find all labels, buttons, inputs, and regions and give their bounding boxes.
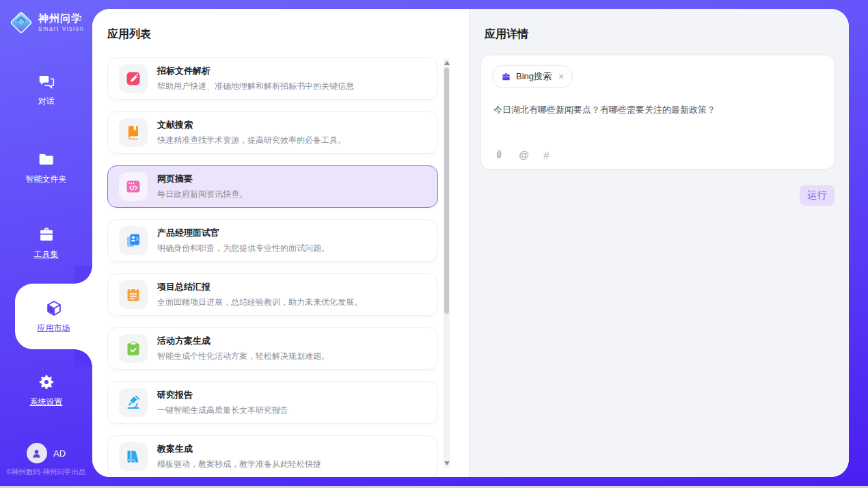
app-card-title: 项目总结汇报 <box>157 281 362 293</box>
app-card[interactable]: 教案生成 模板驱动，教案秒成，教学准备从此轻松快捷 <box>107 435 438 477</box>
sidebar-item-label: 应用市场 <box>38 323 70 334</box>
app-card-title: 文献搜索 <box>157 119 346 131</box>
microscope-icon <box>119 388 148 417</box>
diamond-logo-icon <box>9 10 33 35</box>
books-icon <box>119 442 148 471</box>
scrollbar-thumb[interactable] <box>444 68 449 314</box>
app-card-description: 一键智能生成高质量长文本研究报告 <box>157 405 288 416</box>
app-card-title: 教案生成 <box>157 443 321 455</box>
brand-tagline: Smart Vision <box>38 25 84 32</box>
app-card-description: 每日政府新闻资讯快查。 <box>157 189 247 200</box>
app-card-title: 活动方案生成 <box>157 335 329 347</box>
mention-icon[interactable]: @ <box>519 150 529 160</box>
gear-icon <box>38 373 55 391</box>
app-card[interactable]: 产品经理面试官 明确身份和职责，为您提供专业性的面试问题。 <box>107 219 438 262</box>
app-card[interactable]: 项目总结汇报 全面回顾项目进展，总结经验教训，助力未来优化发展。 <box>107 273 438 316</box>
tool-tag-label: Bing搜索 <box>516 70 552 83</box>
clipboard-check-icon <box>119 334 148 363</box>
remove-tag-button[interactable]: × <box>558 72 564 81</box>
app-card[interactable]: 研究报告 一键智能生成高质量长文本研究报告 <box>107 381 438 424</box>
prompt-toolbar: @# <box>493 149 550 160</box>
app-card-title: 招标文件解析 <box>157 65 354 77</box>
edit-document-icon <box>119 64 148 93</box>
user-avatar-icon <box>31 448 42 459</box>
app-list-title: 应用列表 <box>107 27 469 42</box>
app-card-description: 帮助用户快速、准确地理解和解析招标书中的关键信息 <box>157 81 354 92</box>
interview-icon <box>119 226 148 255</box>
app-card-description: 明确身份和职责，为您提供专业性的面试问题。 <box>157 243 329 254</box>
briefcase-icon <box>501 72 511 82</box>
hash-icon[interactable]: # <box>543 150 549 160</box>
app-card-description: 模板驱动，教案秒成，教学准备从此轻松快捷 <box>157 459 321 470</box>
app-detail-panel: 应用详情 Bing搜索 × 今日湖北有哪些新闻要点？有哪些需要关注的最新政策？ … <box>469 9 849 477</box>
app-list-panel: 应用列表 招标文件解析 帮助用户快速、准确地理解和解析招标书中的关键信息 文献搜… <box>92 9 469 477</box>
brand-text: 神州问学 Smart Vision <box>38 13 84 33</box>
app-card-title: 产品经理面试官 <box>157 227 329 239</box>
chat-icon <box>38 72 55 90</box>
sidebar-item-cube[interactable]: 应用市场 <box>15 284 92 349</box>
attachment-icon[interactable] <box>493 149 504 160</box>
app-list: 招标文件解析 帮助用户快速、准确地理解和解析招标书中的关键信息 文献搜索 快速精… <box>107 57 438 477</box>
folder-icon <box>38 150 55 168</box>
tool-tag[interactable]: Bing搜索 × <box>492 65 573 88</box>
app-card-description: 智能生成个性化活动方案，轻松解决规划难题。 <box>157 351 329 362</box>
brand-name: 神州问学 <box>38 13 84 25</box>
app-card-description: 快速精准查找学术资源，提高研究效率的必备工具。 <box>157 135 346 146</box>
app-card[interactable]: 文献搜索 快速精准查找学术资源，提高研究效率的必备工具。 <box>107 111 438 154</box>
user-account[interactable]: AD <box>0 443 92 463</box>
book-icon <box>119 118 148 147</box>
scroll-up-arrow-icon[interactable] <box>444 61 450 65</box>
app-card-title: 研究报告 <box>157 389 288 401</box>
sidebar-item-label: 工具集 <box>34 249 59 260</box>
webpage-code-icon <box>119 172 148 201</box>
main-container: 应用列表 招标文件解析 帮助用户快速、准确地理解和解析招标书中的关键信息 文献搜… <box>92 9 849 477</box>
scroll-down-arrow-icon[interactable] <box>444 461 450 465</box>
user-initials: AD <box>53 448 66 459</box>
sidebar-item-gear[interactable]: 系统设置 <box>0 373 92 408</box>
sidebar-item-label: 智能文件夹 <box>26 174 67 185</box>
app-card[interactable]: 招标文件解析 帮助用户快速、准确地理解和解析招标书中的关键信息 <box>107 57 438 100</box>
app-detail-title: 应用详情 <box>485 27 849 42</box>
app-card-title: 网页摘要 <box>157 173 247 185</box>
toolbox-icon <box>38 226 55 243</box>
cube-icon <box>45 299 63 317</box>
app-card[interactable]: 网页摘要 每日政府新闻资讯快查。 <box>107 165 438 208</box>
summary-note-icon <box>119 280 148 309</box>
copyright-footer: ©神州数码·神州问学出品 <box>0 467 92 477</box>
brand-logo: 神州问学 Smart Vision <box>9 10 84 35</box>
run-button[interactable]: 运行 <box>800 185 835 206</box>
avatar <box>27 443 47 463</box>
app-card[interactable]: 活动方案生成 智能生成个性化活动方案，轻松解决规划难题。 <box>107 327 438 370</box>
sidebar-item-label: 对话 <box>38 96 55 107</box>
app-card-description: 全面回顾项目进展，总结经验教训，助力未来优化发展。 <box>157 297 362 308</box>
prompt-card: Bing搜索 × 今日湖北有哪些新闻要点？有哪些需要关注的最新政策？ @# <box>480 55 835 170</box>
prompt-input[interactable]: 今日湖北有哪些新闻要点？有哪些需要关注的最新政策？ <box>493 103 819 117</box>
sidebar-item-chat[interactable]: 对话 <box>0 72 92 107</box>
app-window: 神州问学 Smart Vision 对话 智能文件夹 工具集 应用市场 系统设置… <box>0 0 868 488</box>
sidebar: 神州问学 Smart Vision 对话 智能文件夹 工具集 应用市场 系统设置… <box>0 0 92 486</box>
sidebar-item-toolbox[interactable]: 工具集 <box>0 226 92 260</box>
sidebar-item-label: 系统设置 <box>30 396 63 408</box>
sidebar-item-folder[interactable]: 智能文件夹 <box>0 150 92 185</box>
scrollbar[interactable] <box>444 58 450 468</box>
run-row: 运行 <box>800 185 835 206</box>
